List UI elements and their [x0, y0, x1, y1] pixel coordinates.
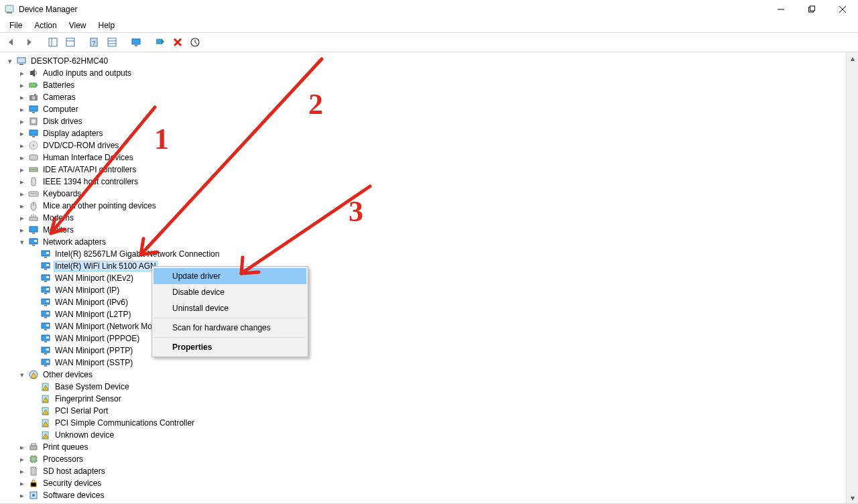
- expand-toggle-icon[interactable]: [17, 371, 27, 379]
- ctx-disable-device[interactable]: Disable device: [154, 284, 306, 300]
- tree-category-audio[interactable]: Audio inputs and outputs: [3, 67, 846, 79]
- tree-item-network[interactable]: Intel(R) WiFi Link 5100 AGN: [3, 260, 846, 272]
- maximize-button[interactable]: [796, 0, 827, 19]
- tree-item-other[interactable]: Base System Device: [3, 381, 846, 393]
- expand-toggle-icon[interactable]: [17, 443, 27, 452]
- tree-category-sec[interactable]: Security devices: [3, 477, 846, 489]
- expand-toggle-icon[interactable]: [17, 117, 27, 126]
- scan-hardware-button[interactable]: [188, 35, 202, 50]
- menu-file[interactable]: File: [4, 19, 27, 32]
- svg-rect-36: [32, 136, 35, 137]
- view-button[interactable]: [105, 35, 119, 50]
- svg-point-98: [45, 437, 46, 438]
- ctx-scan[interactable]: Scan for hardware changes: [154, 320, 306, 336]
- help-button[interactable]: ?: [87, 35, 102, 50]
- tree-category-network[interactable]: Network adapters: [3, 236, 846, 248]
- tree-root[interactable]: DESKTOP-62HMC40: [3, 55, 846, 67]
- tree-item-other[interactable]: PCI Simple Communications Controller: [3, 417, 846, 429]
- tree-item-other[interactable]: Unknown device: [3, 429, 846, 441]
- tree-category-cam[interactable]: Cameras: [3, 91, 846, 103]
- tree-category-svc[interactable]: Sound, video and game controllers: [3, 501, 846, 503]
- svg-rect-49: [32, 233, 35, 234]
- expand-toggle-icon[interactable]: [17, 455, 27, 464]
- tree-category-comp[interactable]: Computer: [3, 103, 846, 115]
- minimize-button[interactable]: [765, 0, 796, 19]
- tree-category-ide[interactable]: IDE ATA/ATAPI controllers: [3, 164, 846, 176]
- close-button[interactable]: [827, 0, 858, 19]
- scan-monitor-button[interactable]: [129, 35, 143, 50]
- tree-category-mon[interactable]: Monitors: [3, 224, 846, 236]
- ctx-properties[interactable]: Properties: [154, 339, 306, 355]
- expand-toggle-icon[interactable]: [17, 467, 27, 476]
- tree-item-network[interactable]: WAN Miniport (IKEv2): [3, 272, 846, 284]
- expand-toggle-icon[interactable]: [17, 491, 27, 500]
- tree-category-hid[interactable]: Human Interface Devices: [3, 151, 846, 164]
- tree-item-network[interactable]: Intel(R) 82567LM Gigabit Network Connect…: [3, 248, 846, 260]
- ctx-update-driver[interactable]: Update driver: [154, 268, 306, 284]
- tree-category-dvd[interactable]: DVD/CD-ROM drives: [3, 139, 846, 151]
- tree-category-kbd[interactable]: Keyboards: [3, 188, 846, 200]
- expand-toggle-icon[interactable]: [17, 93, 27, 102]
- expand-toggle-icon[interactable]: [17, 503, 27, 504]
- tree-category-1394[interactable]: IEEE 1394 host controllers: [3, 176, 846, 188]
- expand-toggle-icon[interactable]: [17, 69, 27, 78]
- network-adapter-icon: [40, 285, 51, 296]
- svg-point-95: [45, 425, 46, 426]
- expand-toggle-icon[interactable]: [17, 105, 27, 114]
- device-icon: [28, 237, 39, 247]
- uninstall-button[interactable]: [170, 35, 185, 50]
- expand-toggle-icon[interactable]: [17, 153, 27, 162]
- device-icon: [28, 442, 39, 452]
- svg-rect-26: [29, 83, 36, 87]
- tree-item-other[interactable]: Fingerprint Sensor: [3, 393, 846, 405]
- tree-category-mouse[interactable]: Mice and other pointing devices: [3, 200, 846, 212]
- tree-category-other[interactable]: Other devices: [3, 369, 846, 381]
- tree-item-network[interactable]: WAN Miniport (SSTP): [3, 357, 846, 369]
- tree-category-modem[interactable]: Modems: [3, 212, 846, 224]
- device-tree[interactable]: DESKTOP-62HMC40Audio inputs and outputsB…: [0, 52, 846, 503]
- expand-toggle-icon[interactable]: [17, 166, 27, 174]
- tree-item-other[interactable]: PCI Serial Port: [3, 405, 846, 417]
- vertical-scrollbar[interactable]: ▴ ▾: [846, 52, 858, 503]
- expand-toggle-icon[interactable]: [17, 141, 27, 150]
- tree-category-disk[interactable]: Disk drives: [3, 115, 846, 127]
- forward-button[interactable]: [21, 35, 36, 50]
- menu-view[interactable]: View: [64, 19, 92, 32]
- ctx-uninstall[interactable]: Uninstall device: [154, 300, 306, 316]
- tree-item-network[interactable]: WAN Miniport (IP): [3, 284, 846, 296]
- window-title: Device Manager: [19, 5, 77, 14]
- expand-toggle-icon[interactable]: [17, 129, 27, 138]
- tree-category-proc[interactable]: Processors: [3, 453, 846, 465]
- tree-item-label: Audio inputs and outputs: [42, 68, 133, 78]
- tree-category-disp[interactable]: Display adapters: [3, 127, 846, 139]
- tree-category-soft[interactable]: Software devices: [3, 489, 846, 501]
- expand-toggle-icon[interactable]: [17, 479, 27, 488]
- scroll-down-icon[interactable]: ▾: [847, 492, 858, 503]
- tree-item-network[interactable]: WAN Miniport (PPTP): [3, 344, 846, 357]
- expand-toggle-icon[interactable]: [17, 214, 27, 223]
- expand-toggle-icon[interactable]: [17, 226, 27, 235]
- menu-action[interactable]: Action: [29, 19, 62, 32]
- expand-toggle-icon[interactable]: [17, 190, 27, 198]
- expand-toggle-icon[interactable]: [17, 202, 27, 210]
- scroll-up-icon[interactable]: ▴: [847, 52, 858, 64]
- expand-toggle-icon[interactable]: [5, 57, 15, 66]
- back-button[interactable]: [4, 35, 19, 50]
- tree-item-network[interactable]: WAN Miniport (PPPOE): [3, 332, 846, 344]
- tree-category-prnq[interactable]: Print queues: [3, 441, 846, 453]
- tree-item-network[interactable]: WAN Miniport (L2TP): [3, 308, 846, 320]
- expand-toggle-icon[interactable]: [17, 81, 27, 90]
- show-hide-tree-button[interactable]: [46, 35, 60, 50]
- menu-help[interactable]: Help: [93, 19, 121, 32]
- svg-rect-73: [46, 324, 49, 326]
- tree-category-sd[interactable]: SD host adapters: [3, 465, 846, 477]
- update-driver-button[interactable]: [153, 35, 168, 50]
- tree-item-network[interactable]: WAN Miniport (Network Monitor): [3, 320, 846, 332]
- svg-rect-51: [32, 245, 35, 246]
- expand-toggle-icon[interactable]: [17, 238, 27, 247]
- expand-toggle-icon[interactable]: [17, 178, 27, 186]
- device-icon: [28, 212, 39, 223]
- properties-button[interactable]: [63, 35, 78, 50]
- tree-category-batt[interactable]: Batteries: [3, 79, 846, 91]
- tree-item-network[interactable]: WAN Miniport (IPv6): [3, 296, 846, 308]
